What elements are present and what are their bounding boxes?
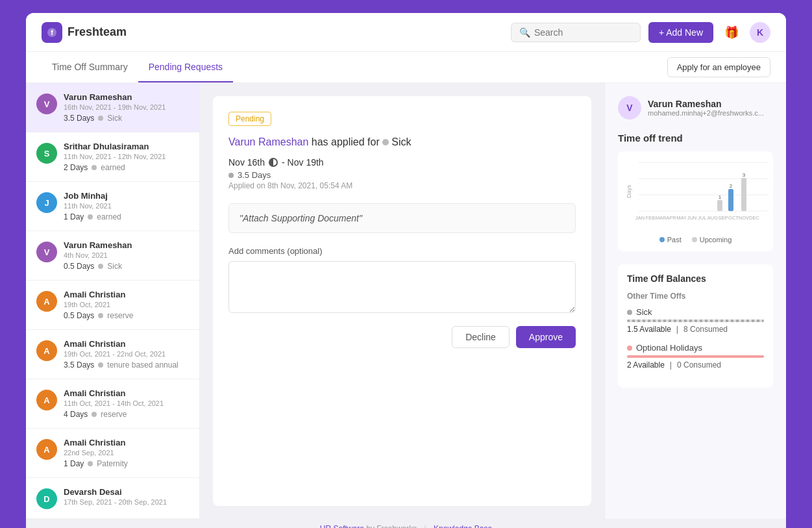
list-item[interactable]: V Varun Rameshan 16th Nov, 2021 - 19th N… [26,83,199,132]
svg-text:APR: APR [666,215,676,221]
list-item[interactable]: J Job Minhaj 11th Nov, 2021 1 Day earned [26,182,199,231]
avatar: V [36,94,57,114]
list-item-date: 11th Nov, 2021 [64,202,189,210]
list-item-name: Varun Rameshan [64,240,189,250]
days-badge: 0.5 Days [64,311,94,320]
action-buttons: Decline Approve [228,326,576,348]
time-off-chart: Days 2 1 3 JAN [626,159,775,231]
approve-button[interactable]: Approve [516,326,576,348]
search-bar[interactable]: 🔍 [511,23,641,42]
list-item-date: 19th Oct, 2021 - 22nd Oct, 2021 [64,350,189,358]
app-name: Freshteam [68,25,127,39]
type-dot [92,165,97,170]
footer-hr-software-link[interactable]: HR Software [320,524,366,528]
svg-text:MAR: MAR [656,215,667,221]
decline-button[interactable]: Decline [452,326,510,348]
tab-pending-requests[interactable]: Pending Requests [138,52,233,82]
days-badge: 2 Days [64,163,88,172]
balance-type-label: Optional Holidays [636,343,702,353]
balances-section: Time Off Balances Other Time Offs Sick 1… [618,264,773,388]
user-avatar[interactable]: K [750,22,770,43]
leave-type: Sick [391,136,411,148]
search-input[interactable] [534,27,632,38]
list-item-content: Amali Christian 19th Oct, 2021 0.5 Days … [64,290,189,320]
freshteam-logo-icon: f [42,22,62,43]
applicant-name-link[interactable]: Varun Rameshan [228,136,308,147]
list-item-meta: 3.5 Days tenure based annual [64,360,189,370]
footer-by: by Freshworks [366,524,417,528]
list-item-content: Amali Christian 19th Oct, 2021 - 22nd Oc… [64,339,189,370]
trend-title: Time off trend [618,132,773,144]
balance-type: Optional Holidays [627,343,764,353]
add-new-button[interactable]: + Add New [648,22,713,43]
list-item-date: 17th Sep, 2021 - 20th Sep, 2021 [64,498,189,506]
balance-item-optional: Optional Holidays 2 Available | 0 Consum… [627,343,764,370]
list-item[interactable]: V Varun Rameshan 4th Nov, 2021 0.5 Days … [26,231,199,281]
balance-bar-track [627,320,764,322]
list-item[interactable]: A Amali Christian 19th Oct, 2021 - 22nd … [26,330,199,379]
type-label: earned [101,163,125,172]
comments-textarea[interactable] [228,261,576,313]
svg-text:AUG: AUG [707,215,718,221]
balance-bar-track [627,355,764,358]
list-item-content: Varun Rameshan 16th Nov, 2021 - 19th Nov… [64,92,189,123]
svg-text:2: 2 [730,183,733,189]
main-content: V Varun Rameshan 16th Nov, 2021 - 19th N… [26,83,786,519]
apply-employee-button[interactable]: Apply for an employee [667,57,770,77]
svg-text:JUL: JUL [698,215,706,221]
list-item[interactable]: A Amali Christian 19th Oct, 2021 0.5 Day… [26,281,199,330]
list-item-name: Devarsh Desai [64,487,189,497]
days-dot [228,173,234,178]
nav-tabs-left: Time Off Summary Pending Requests [42,52,233,82]
list-item-meta: 1 Day earned [64,212,189,221]
search-icon: 🔍 [519,27,530,38]
list-item-name: Amali Christian [64,290,189,299]
days-badge: 4 Days [64,410,88,419]
list-item[interactable]: A Amali Christian 11th Oct, 2021 - 14th … [26,379,199,429]
legend-past-dot [659,237,665,242]
balance-type-dot [627,310,632,315]
employee-name: Varun Rameshan [648,99,773,109]
logo-area: f Freshteam [42,22,127,43]
employee-info: Varun Rameshan mohamed.minhaj+2@freshwor… [648,99,773,117]
list-item-content: Varun Rameshan 4th Nov, 2021 0.5 Days Si… [64,240,189,271]
balance-type-dot [627,346,632,351]
svg-text:1: 1 [719,194,722,200]
gift-icon[interactable]: 🎁 [721,22,742,43]
list-item-date: 16th Nov, 2021 - 19th Nov, 2021 [64,103,189,111]
tab-time-off-summary[interactable]: Time Off Summary [42,52,138,82]
balance-separator: | [676,325,678,334]
type-label: reserve [101,410,127,419]
type-dot [88,461,93,466]
header-right: 🔍 + Add New 🎁 K [511,22,770,43]
list-item[interactable]: D Devarsh Desai 17th Sep, 2021 - 20th Se… [26,478,199,519]
list-item-name: Job Minhaj [64,191,189,201]
legend-upcoming: Upcoming [692,236,732,244]
svg-text:3: 3 [743,172,746,178]
list-item-date: 22nd Sep, 2021 [64,449,189,457]
avatar: A [36,439,57,460]
nav-tabs: Time Off Summary Pending Requests Apply … [26,52,786,83]
list-item[interactable]: S Srithar Dhulasiraman 11th Nov, 2021 - … [26,132,199,182]
list-item-content: Devarsh Desai 17th Sep, 2021 - 20th Sep,… [64,487,189,509]
center-panel: Pending Varun Rameshan has applied for S… [200,83,604,519]
avatar: D [36,488,57,509]
footer-knowledge-base-link[interactable]: Knowledge Base [434,524,492,528]
list-item-content: Srithar Dhulasiraman 11th Nov, 2021 - 12… [64,142,189,172]
days-badge: 1 Day [64,459,84,468]
sick-dot [382,139,389,145]
list-item-content: Amali Christian 22nd Sep, 2021 1 Day Pat… [64,438,189,468]
list-item-date: 11th Oct, 2021 - 14th Oct, 2021 [64,399,189,407]
comments-label: Add comments (optional) [228,246,576,256]
request-title: Varun Rameshan has applied for Sick [228,136,576,148]
chart-legend: Past Upcoming [626,236,765,244]
list-item-name: Amali Christian [64,438,189,447]
balance-bar-fill [627,355,764,358]
svg-text:MAY: MAY [676,215,687,221]
list-item[interactable]: A Amali Christian 22nd Sep, 2021 1 Day P… [26,429,199,478]
balance-available: 2 Available [627,360,665,370]
left-list: V Varun Rameshan 16th Nov, 2021 - 19th N… [26,83,200,519]
list-item-meta: 4 Days reserve [64,410,189,419]
days-badge: 1 Day [64,212,84,221]
avatar: A [36,291,57,312]
